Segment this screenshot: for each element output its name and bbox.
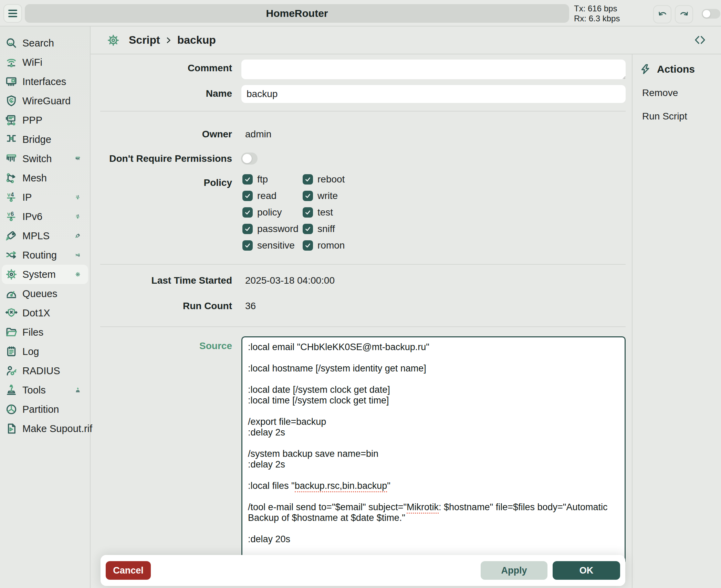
last-time-started-value: 2025-03-18 04:00:00 [245,275,335,286]
breadcrumb-chevron-icon [166,37,171,44]
sidebar-item-log[interactable]: Log [2,342,88,361]
source-line: /export file=backup [248,417,619,427]
sidebar-item-search[interactable]: Search [2,33,88,53]
routing-icon [5,249,18,262]
rx-rate: Rx: 6.3 kbps [574,13,620,23]
redo-button[interactable] [675,5,693,23]
divider [100,264,626,265]
check-icon [304,242,311,249]
sidebar-item-label: IP [22,192,32,203]
sidebar-item-label: Bridge [22,134,51,145]
policy-option-label: write [317,191,338,201]
policy-checkbox-ftp[interactable] [242,174,253,185]
sidebar: Search WiFi Interfaces WireGuard [0,27,91,588]
comment-input[interactable] [241,60,626,79]
sidebar-item-label: Interfaces [22,76,66,87]
policy-option: password [242,224,303,234]
source-line: /tool e-mail send to="$email" subject="M… [248,502,619,523]
sidebar-item-ipv6[interactable]: IPv6 [2,207,88,226]
sidebar-item-label: MPLS [22,230,50,242]
policy-option: write [303,191,345,201]
check-icon [304,225,311,232]
ok-button[interactable]: OK [553,561,620,580]
source-line: :delay 20s [248,534,619,545]
source-line: :local time [/system clock get time] [248,395,619,406]
sidebar-item-interfaces[interactable]: Interfaces [2,72,88,91]
sidebar-item-label: Partition [22,404,59,415]
apply-button[interactable]: Apply [481,561,547,580]
policy-checkbox-sniff[interactable] [303,224,313,234]
check-icon [304,192,311,199]
undo-icon [658,10,667,19]
policy-label: Policy [91,177,232,189]
policy-option-label: sniff [317,224,335,234]
sidebar-item-label: WireGuard [22,95,71,107]
policy-option-label: ftp [257,174,268,185]
sidebar-item-queues[interactable]: Queues [2,284,88,303]
sidebar-item-system[interactable]: System [2,265,88,284]
policy-option: reboot [303,174,345,185]
sidebar-item-label: Routing [22,250,57,261]
sidebar-item-partition[interactable]: Partition [2,400,88,419]
sidebar-item-make-supout-rif[interactable]: Make Supout.rif [2,419,88,438]
sidebar-item-switch[interactable]: Switch [2,149,88,168]
sidebar-item-wifi[interactable]: WiFi [2,53,88,72]
footer-bar: Cancel Apply OK [101,555,625,586]
source-line [248,491,619,502]
comment-label: Comment [91,62,232,74]
run-count-value: 36 [245,300,256,312]
sidebar-item-label: RADIUS [22,365,60,377]
sidebar-item-dot1x[interactable]: Dot1X [2,303,88,323]
source-line: :delay 2s [248,459,619,470]
mpls-icon [5,229,18,242]
ipv6-icon [5,210,18,223]
menu-button[interactable] [3,4,22,23]
source-label: Source [91,340,232,352]
name-input[interactable] [241,85,626,103]
search-icon [5,36,18,50]
sidebar-item-radius[interactable]: RADIUS [2,361,88,380]
undo-button[interactable] [653,5,671,23]
policy-checkbox-read[interactable] [242,191,253,201]
sidebar-item-label: Mesh [22,172,47,184]
source-line [248,438,619,449]
sidebar-item-ppp[interactable]: PPP [2,111,88,130]
check-icon [304,209,311,216]
router-title-bar: HomeRouter [25,4,569,23]
sidebar-item-mpls[interactable]: MPLS [2,226,88,245]
policy-checkbox-reboot[interactable] [303,174,313,185]
policy-checkbox-romon[interactable] [303,240,313,251]
sidebar-item-wireguard[interactable]: WireGuard [2,91,88,111]
policy-checkbox-policy[interactable] [242,207,253,218]
action-remove[interactable]: Remove [642,87,721,98]
sidebar-item-bridge[interactable]: Bridge [2,130,88,149]
cancel-button[interactable]: Cancel [106,561,151,580]
last-time-started-label: Last Time Started [91,275,232,286]
view-source-icon[interactable] [694,34,706,46]
log-icon [5,345,18,358]
policy-checkbox-test[interactable] [303,207,313,218]
policy-checkbox-write[interactable] [303,191,313,201]
sidebar-item-mesh[interactable]: Mesh [2,168,88,188]
chevron-right-icon [75,193,81,201]
source-editor[interactable]: :local email "CHbKleKK0SE@mt-backup.ru" … [241,336,626,564]
policy-checkbox-sensitive[interactable] [242,240,253,251]
ip-icon [5,191,18,204]
source-line [248,406,619,417]
check-icon [244,225,251,232]
action-run-script[interactable]: Run Script [642,111,721,122]
check-icon [244,209,251,216]
policy-checkbox-password[interactable] [242,224,253,234]
chevron-right-icon [75,251,81,259]
breadcrumb-section[interactable]: Script [129,34,160,46]
dont-require-permissions-label: Don't Require Permissions [91,153,232,165]
check-icon [244,176,251,183]
dont-require-permissions-toggle[interactable] [241,153,258,165]
sidebar-item-ip[interactable]: IP [2,188,88,207]
sidebar-item-files[interactable]: Files [2,323,88,342]
sidebar-item-routing[interactable]: Routing [2,245,88,265]
dark-mode-toggle[interactable] [702,9,720,19]
sidebar-item-label: Switch [22,153,52,165]
sidebar-item-tools[interactable]: Tools [2,380,88,400]
policy-option-label: password [257,224,299,234]
